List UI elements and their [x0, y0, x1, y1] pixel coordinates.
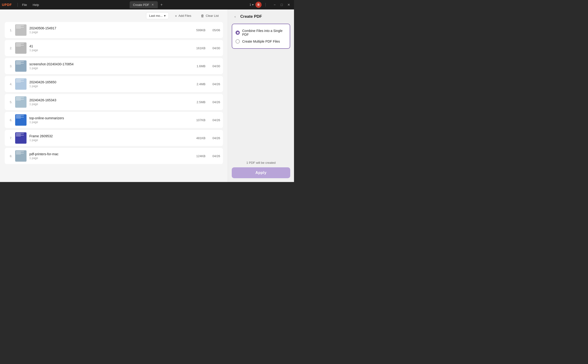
- close-button[interactable]: ✕: [286, 1, 292, 8]
- radio-combine[interactable]: [235, 31, 240, 35]
- file-date: 04/26: [208, 136, 220, 140]
- file-thumbnail: [15, 114, 26, 126]
- file-thumbnail: [15, 42, 26, 54]
- file-item[interactable]: 1. 20240506-154917 1 page 599KB 05/06: [5, 22, 223, 38]
- maximize-button[interactable]: □: [278, 1, 285, 8]
- thumb-content: [15, 24, 26, 36]
- file-name: top-online-summarizers: [29, 116, 186, 120]
- window-controls: − □ ✕: [271, 1, 292, 8]
- separator: [18, 3, 18, 7]
- file-pages: 1 page: [29, 66, 186, 70]
- panel-header: ‹ Create PDF: [232, 13, 290, 20]
- sort-label: Last mo...: [149, 14, 163, 18]
- panel-footer: 1 PDF will be created Apply: [232, 161, 290, 178]
- file-number: 5.: [7, 100, 12, 104]
- file-pages: 1 page: [29, 120, 186, 124]
- pdf-count: 1 PDF will be created: [232, 161, 290, 164]
- file-item[interactable]: 6. top-online-summarizers 1 page 107KB 0…: [5, 112, 223, 128]
- file-item[interactable]: 3. screenshot-20240430-170854 1 page 1.6…: [5, 58, 223, 74]
- file-name: screenshot-20240430-170854: [29, 62, 186, 66]
- file-size: 2.5MB: [189, 100, 205, 104]
- sort-dropdown-icon: ▾: [164, 14, 166, 18]
- file-size: 161KB: [189, 46, 205, 50]
- file-item[interactable]: 8. pdf-printers-for-mac 1 page 124KB 04/…: [5, 148, 223, 164]
- file-size: 599KB: [189, 28, 205, 32]
- apply-button[interactable]: Apply: [232, 167, 290, 178]
- file-info: pdf-printers-for-mac 1 page: [29, 152, 186, 160]
- file-list-area: Last mo... ▾ + Add Files 🗑 Clear List 1.: [0, 9, 228, 182]
- file-name: 20240426-165650: [29, 80, 186, 84]
- file-info: Frame 2609532 1 page: [29, 134, 186, 142]
- back-button[interactable]: ‹: [232, 13, 238, 20]
- tab-create-pdf[interactable]: Create PDF ✕: [130, 1, 158, 8]
- add-files-button[interactable]: + Add Files: [172, 12, 195, 19]
- tab-close-btn[interactable]: ✕: [151, 3, 154, 7]
- file-name: 20240426-165343: [29, 98, 186, 102]
- file-date: 04/30: [208, 46, 220, 50]
- file-number: 6.: [7, 118, 12, 122]
- version-selector[interactable]: 1 ▾: [249, 3, 254, 6]
- radio-inner-combine: [237, 32, 239, 34]
- file-pages: 1 page: [29, 84, 186, 88]
- file-size: 1.6MB: [189, 64, 205, 68]
- trash-icon: 🗑: [201, 14, 204, 18]
- file-info: 20240506-154917 1 page: [29, 26, 186, 34]
- option-multiple[interactable]: Create Multiple PDF Files: [235, 38, 287, 45]
- tabs-area: Create PDF ✕ +: [130, 0, 164, 9]
- file-info: top-online-summarizers 1 page: [29, 116, 186, 124]
- file-date: 04/26: [208, 82, 220, 86]
- minimize-button[interactable]: −: [271, 1, 278, 8]
- thumb-content: [15, 60, 26, 72]
- sort-button[interactable]: Last mo... ▾: [146, 12, 169, 19]
- file-pages: 1 page: [29, 103, 186, 106]
- logo-text: UPDF: [2, 3, 12, 7]
- file-number: 7.: [7, 136, 12, 140]
- file-thumbnail: [15, 150, 26, 162]
- file-name: 20240506-154917: [29, 26, 186, 30]
- separator2: [265, 3, 266, 7]
- file-pages: 1 page: [29, 49, 186, 52]
- pdf-options-box: Combine Files into a Single PDF Create M…: [232, 24, 290, 49]
- file-thumbnail: [15, 78, 26, 90]
- option-combine[interactable]: Combine Files into a Single PDF: [235, 27, 287, 38]
- option-combine-label: Combine Files into a Single PDF: [242, 29, 287, 36]
- thumb-content: [15, 78, 26, 90]
- file-thumbnail: [15, 132, 26, 144]
- file-date: 04/30: [208, 64, 220, 68]
- file-info: 20240426-165343 1 page: [29, 98, 186, 106]
- add-icon: +: [175, 14, 177, 18]
- clear-list-label: Clear List: [206, 14, 219, 18]
- file-item[interactable]: 4. 20240426-165650 1 page 2.4MB 04/26: [5, 76, 223, 92]
- file-pages: 1 page: [29, 138, 186, 142]
- file-thumbnail: [15, 96, 26, 108]
- titlebar-right: 1 ▾ B − □ ✕: [249, 1, 292, 8]
- file-pages: 1 page: [29, 31, 186, 34]
- file-date: 05/06: [208, 28, 220, 32]
- file-date: 04/26: [208, 118, 220, 122]
- clear-list-button[interactable]: 🗑 Clear List: [197, 12, 222, 19]
- thumb-content: [15, 150, 26, 162]
- thumb-content: [15, 132, 26, 144]
- thumb-content: [15, 42, 26, 54]
- menu-file[interactable]: File: [20, 2, 29, 7]
- file-date: 04/26: [208, 100, 220, 104]
- file-item[interactable]: 7. Frame 2609532 1 page 481KB 04/26: [5, 130, 223, 146]
- user-avatar[interactable]: B: [255, 2, 261, 8]
- titlebar: UPDF File Help Create PDF ✕ + 1 ▾ B − □ …: [0, 0, 294, 9]
- file-name: 41: [29, 44, 186, 48]
- file-size: 481KB: [189, 136, 205, 140]
- file-name: pdf-printers-for-mac: [29, 152, 186, 156]
- file-date: 04/26: [208, 154, 220, 158]
- tab-label: Create PDF: [133, 3, 149, 7]
- menu-help[interactable]: Help: [30, 2, 41, 7]
- file-item[interactable]: 5. 20240426-165343 1 page 2.5MB 04/26: [5, 94, 223, 110]
- new-tab-button[interactable]: +: [159, 2, 164, 7]
- thumb-content: [15, 114, 26, 126]
- main-area: Last mo... ▾ + Add Files 🗑 Clear List 1.: [0, 9, 294, 182]
- radio-multiple[interactable]: [235, 39, 240, 44]
- file-name: Frame 2609532: [29, 134, 186, 138]
- panel-title: Create PDF: [240, 14, 262, 19]
- file-item[interactable]: 2. 41 1 page 161KB 04/30: [5, 40, 223, 56]
- thumb-content: [15, 96, 26, 108]
- file-size: 2.4MB: [189, 82, 205, 86]
